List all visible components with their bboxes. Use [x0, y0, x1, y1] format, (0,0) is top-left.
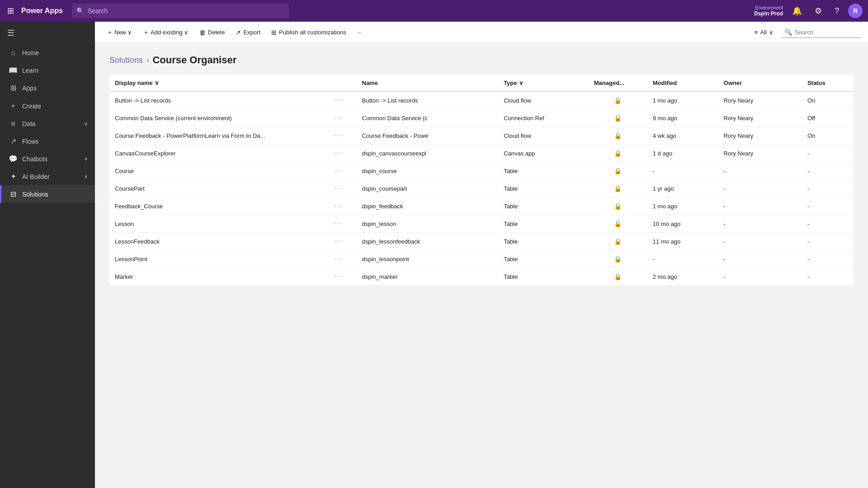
cell-type: Table: [498, 250, 589, 268]
col-header-display-name[interactable]: Display name ∨: [109, 75, 329, 91]
sidebar-item-apps[interactable]: ⊞ Apps: [0, 79, 95, 97]
table-row[interactable]: CanvasCourseExplorer ··· dspin_canvascou…: [109, 145, 854, 162]
filter-button[interactable]: ≡ All ∨: [750, 27, 778, 38]
ai-builder-icon: ✦: [9, 172, 18, 181]
avatar[interactable]: R: [848, 4, 863, 18]
cell-managed: 🔒: [589, 180, 647, 197]
cmd-search-input[interactable]: [795, 29, 858, 36]
lock-icon: 🔒: [614, 150, 622, 157]
cell-more[interactable]: ···: [329, 162, 357, 180]
cell-owner: -: [718, 268, 802, 286]
more-options-icon[interactable]: ···: [334, 114, 343, 122]
sidebar-item-home[interactable]: ⌂ Home: [0, 44, 95, 61]
brand-title: Power Apps: [21, 7, 63, 15]
global-search-input[interactable]: [88, 7, 284, 14]
table-row[interactable]: Lesson ··· dspin_lesson Table 🔒 10 mo ag…: [109, 215, 854, 233]
cell-type: Table: [498, 197, 589, 215]
cell-more[interactable]: ···: [329, 91, 357, 109]
more-options-icon[interactable]: ···: [334, 220, 343, 227]
publish-all-button[interactable]: ⊞ Publish all customizations: [267, 26, 351, 39]
delete-button[interactable]: 🗑 Delete: [195, 26, 230, 39]
cell-modified: 1 yr ago: [647, 180, 718, 197]
cell-type: Connection Ref: [498, 109, 589, 127]
cell-display-name: Button -> List records: [109, 91, 329, 109]
sidebar-item-ai-builder[interactable]: ✦ AI Builder ∨: [0, 168, 95, 185]
table-row[interactable]: Course ··· dspin_course Table 🔒 - - -: [109, 162, 854, 180]
cell-more[interactable]: ···: [329, 215, 357, 233]
settings-icon[interactable]: ⚙: [811, 4, 826, 18]
lock-icon: 🔒: [614, 220, 622, 227]
environment-info[interactable]: Environment Dspin Prod: [754, 5, 783, 17]
more-options-icon[interactable]: ···: [334, 255, 343, 263]
add-existing-button[interactable]: ＋ Add existing ∨: [138, 26, 193, 39]
table-row[interactable]: Course Feedback - PowerPlatformLearn via…: [109, 127, 854, 145]
cell-owner: Rory Neary: [718, 145, 802, 162]
cell-more[interactable]: ···: [329, 180, 357, 197]
delete-label: Delete: [208, 29, 225, 36]
create-icon: ＋: [9, 101, 18, 111]
breadcrumb-parent[interactable]: Solutions: [109, 56, 143, 65]
more-options-icon[interactable]: ···: [334, 272, 343, 280]
more-options-icon[interactable]: ···: [334, 167, 343, 174]
cell-status: -: [802, 250, 854, 268]
cell-more[interactable]: ···: [329, 127, 357, 145]
cmd-right: ≡ All ∨ 🔍: [750, 27, 861, 38]
sidebar-item-flows[interactable]: ↗ Flows: [0, 132, 95, 150]
cell-type: Cloud flow: [498, 91, 589, 109]
table-row[interactable]: LessonFeedback ··· dspin_lessonfeedback …: [109, 233, 854, 250]
cell-more[interactable]: ···: [329, 268, 357, 286]
more-options-icon[interactable]: ···: [334, 184, 343, 192]
cell-modified: 1 mo ago: [647, 197, 718, 215]
cell-display-name: Course Feedback - PowerPlatformLearn via…: [109, 127, 329, 145]
sidebar-item-chatbots[interactable]: 💬 Chatbots ∨: [0, 150, 95, 168]
more-options-icon[interactable]: ···: [334, 96, 343, 104]
table-row[interactable]: Common Data Service (current environment…: [109, 109, 854, 127]
export-button[interactable]: ↗ Export: [231, 26, 265, 39]
more-options-icon[interactable]: ···: [334, 202, 343, 210]
chatbots-icon: 💬: [9, 155, 18, 163]
more-options-icon[interactable]: ···: [334, 237, 343, 245]
table-row[interactable]: Button -> List records ··· Button -> Lis…: [109, 91, 854, 109]
ai-builder-chevron-icon: ∨: [84, 174, 88, 179]
sidebar-item-create[interactable]: ＋ Create: [0, 97, 95, 115]
more-options-icon[interactable]: ···: [334, 149, 343, 157]
cell-display-name: LessonFeedback: [109, 233, 329, 250]
cell-more[interactable]: ···: [329, 197, 357, 215]
sidebar-toggle[interactable]: ☰: [0, 22, 95, 44]
waffle-icon[interactable]: ⊞: [5, 4, 16, 18]
col-header-owner: Owner: [718, 75, 802, 91]
cell-display-name: Marker: [109, 268, 329, 286]
sidebar-item-data[interactable]: ≡ Data ∨: [0, 115, 95, 132]
breadcrumb: Solutions › Course Organiser: [109, 54, 854, 66]
cell-modified: 10 mo ago: [647, 215, 718, 233]
new-button[interactable]: ＋ New ∨: [102, 26, 137, 39]
more-button[interactable]: ···: [353, 26, 367, 38]
col-header-type[interactable]: Type ∨: [498, 75, 589, 91]
col-header-more: [329, 75, 357, 91]
table-row[interactable]: Feedback_Course ··· dspin_feedback Table…: [109, 197, 854, 215]
cell-more[interactable]: ···: [329, 233, 357, 250]
environment-label: Environment: [754, 5, 783, 10]
add-existing-icon: ＋: [143, 28, 149, 37]
cell-display-name: Feedback_Course: [109, 197, 329, 215]
sort-icon-display: ∨: [155, 80, 159, 86]
publish-all-label: Publish all customizations: [279, 29, 346, 36]
help-icon[interactable]: ?: [831, 5, 843, 18]
sidebar-item-solutions[interactable]: ⊟ Solutions: [0, 185, 95, 203]
notification-icon[interactable]: 🔔: [788, 4, 806, 18]
export-icon: ↗: [236, 29, 241, 36]
cell-more[interactable]: ···: [329, 145, 357, 162]
cmd-search-icon: 🔍: [784, 28, 792, 36]
apps-icon: ⊞: [9, 84, 18, 92]
more-options-icon[interactable]: ···: [334, 131, 343, 139]
sidebar-item-learn[interactable]: 📖 Learn: [0, 61, 95, 79]
filter-label: All: [760, 29, 767, 36]
table-row[interactable]: CoursePart ··· dspin_coursepart Table 🔒 …: [109, 180, 854, 197]
cell-owner: -: [718, 233, 802, 250]
lock-icon: 🔒: [614, 273, 622, 280]
table-row[interactable]: Marker ··· dspin_marker Table 🔒 2 mo ago…: [109, 268, 854, 286]
cell-more[interactable]: ···: [329, 250, 357, 268]
cell-display-name: Lesson: [109, 215, 329, 233]
table-row[interactable]: LessonPoint ··· dspin_lessonpoint Table …: [109, 250, 854, 268]
cell-more[interactable]: ···: [329, 109, 357, 127]
